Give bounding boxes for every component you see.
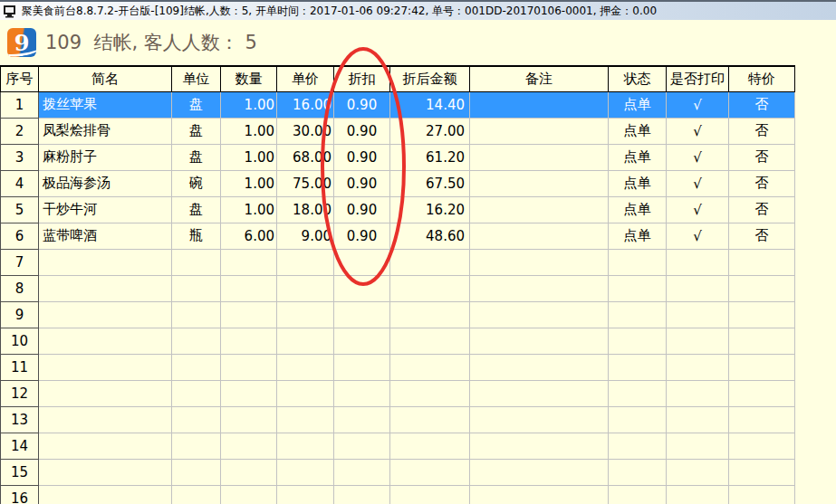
cell-special: 否 [729, 118, 795, 144]
cell-seq[interactable]: 14 [1, 433, 39, 459]
cell-seq[interactable]: 12 [1, 380, 39, 406]
cell-printed: √ [667, 144, 729, 170]
column-header-special: 特价 [729, 66, 795, 91]
cell-seq[interactable]: 10 [1, 328, 39, 354]
cell-unit [172, 301, 221, 328]
cell-unit [172, 275, 221, 301]
table-row[interactable]: 5干炒牛河盘1.0018.000.9016.20点单√否 [1, 196, 795, 223]
table-row[interactable]: 9 [1, 301, 795, 328]
cell-qty [221, 249, 277, 275]
cell-qty [221, 354, 277, 380]
brand-logo-glyph: 9 [14, 30, 30, 56]
cell-note [470, 144, 609, 170]
table-row[interactable]: 11 [1, 354, 795, 380]
cell-printed: √ [667, 91, 729, 118]
cell-price: 30.00 [277, 118, 334, 144]
cell-seq[interactable]: 4 [1, 170, 39, 196]
cell-amount [390, 328, 470, 354]
cell-note [470, 91, 609, 118]
table-row[interactable]: 10 [1, 328, 795, 354]
table-row[interactable]: 14 [1, 433, 795, 459]
cell-printed [667, 301, 729, 328]
cell-seq[interactable]: 7 [1, 249, 39, 275]
cell-qty [221, 485, 277, 504]
cell-discount: 0.90 [334, 144, 390, 170]
cell-status: 点单 [609, 144, 667, 170]
cell-amount [390, 485, 470, 504]
column-header-amount: 折后金额 [390, 66, 470, 91]
table-row[interactable]: 15 [1, 459, 795, 485]
table-row[interactable]: 12 [1, 380, 795, 406]
cell-special [729, 380, 795, 406]
cell-seq[interactable]: 2 [1, 118, 39, 144]
cell-special [729, 485, 795, 504]
cell-discount [334, 328, 390, 354]
cell-name [39, 328, 172, 354]
cell-seq[interactable]: 8 [1, 275, 39, 301]
cell-status [609, 301, 667, 328]
cell-status [609, 433, 667, 459]
cell-status: 点单 [609, 223, 667, 249]
table-row[interactable]: 2凤梨烩排骨盘1.0030.000.9027.00点单√否 [1, 118, 795, 144]
cell-seq[interactable]: 3 [1, 144, 39, 170]
table-row[interactable]: 3麻粉肘子盘1.0068.000.9061.20点单√否 [1, 144, 795, 170]
cell-qty [221, 459, 277, 485]
cell-discount [334, 380, 390, 406]
cell-qty: 6.00 [221, 223, 277, 249]
cell-amount: 61.20 [390, 144, 470, 170]
column-header-price: 单价 [277, 66, 334, 91]
cell-name [39, 380, 172, 406]
cell-seq[interactable]: 5 [1, 196, 39, 223]
cell-seq[interactable]: 9 [1, 301, 39, 328]
cell-special [729, 406, 795, 433]
cell-printed [667, 380, 729, 406]
cell-qty [221, 433, 277, 459]
cell-unit: 盘 [172, 118, 221, 144]
window-titlebar[interactable]: 聚美食前台8.8.7.2-开台版-[109]结帐,人数：5, 开单时间：2017… [0, 0, 836, 20]
cell-qty: 1.00 [221, 91, 277, 118]
cell-note [470, 380, 609, 406]
table-row[interactable]: 4极品海参汤碗1.0075.000.9067.50点单√否 [1, 170, 795, 196]
cell-discount: 0.90 [334, 223, 390, 249]
cell-unit [172, 328, 221, 354]
cell-name [39, 301, 172, 328]
cell-unit [172, 406, 221, 433]
cell-name [39, 459, 172, 485]
table-row[interactable]: 6蓝带啤酒瓶6.009.000.9048.60点单√否 [1, 223, 795, 249]
table-row[interactable]: 8 [1, 275, 795, 301]
cell-unit [172, 485, 221, 504]
cell-note [470, 485, 609, 504]
cell-seq[interactable]: 16 [1, 485, 39, 504]
cell-seq[interactable]: 6 [1, 223, 39, 249]
table-row[interactable]: 7 [1, 249, 795, 275]
cell-seq[interactable]: 1 [1, 91, 39, 118]
cell-name [39, 249, 172, 275]
cell-status [609, 354, 667, 380]
table-row[interactable]: 1拨丝苹果盘1.0016.000.9014.40点单√否 [1, 91, 795, 118]
table-row[interactable]: 16 [1, 485, 795, 504]
cell-amount [390, 380, 470, 406]
cell-discount: 0.90 [334, 170, 390, 196]
cell-name: 蓝带啤酒 [39, 223, 172, 249]
cell-seq[interactable]: 11 [1, 354, 39, 380]
cell-special: 否 [729, 196, 795, 223]
cell-price [277, 249, 334, 275]
cell-unit [172, 459, 221, 485]
cell-amount [390, 433, 470, 459]
cell-unit [172, 433, 221, 459]
column-header-status: 状态 [609, 66, 667, 91]
cell-amount [390, 249, 470, 275]
cell-status: 点单 [609, 91, 667, 118]
cell-price: 18.00 [277, 196, 334, 223]
table-row[interactable]: 13 [1, 406, 795, 433]
cell-price: 75.00 [277, 170, 334, 196]
cell-seq[interactable]: 13 [1, 406, 39, 433]
cell-unit: 盘 [172, 144, 221, 170]
cell-printed [667, 433, 729, 459]
cell-seq[interactable]: 15 [1, 459, 39, 485]
cell-name: 麻粉肘子 [39, 144, 172, 170]
cell-amount [390, 301, 470, 328]
cell-qty: 1.00 [221, 196, 277, 223]
app-window-icon[interactable] [3, 5, 18, 18]
cell-price [277, 301, 334, 328]
